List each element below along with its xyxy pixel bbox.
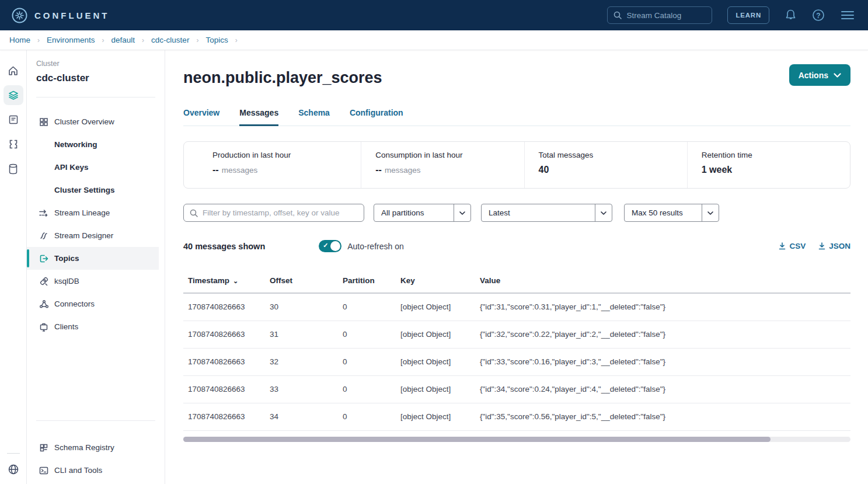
table-row[interactable]: 1708740826663 31 0 [object Object] {"id"… (183, 321, 850, 348)
cell-offset: 30 (265, 293, 338, 321)
table-header-row: Timestamp⌄ Offset Partition Key Value (183, 270, 850, 293)
stat-production: Production in last hour --messages (184, 142, 361, 188)
cell-partition: 0 (338, 403, 396, 430)
result-limit-select[interactable]: Max 50 results (624, 204, 719, 222)
cell-timestamp: 1708740826663 (183, 403, 265, 430)
stack-icon[interactable] (4, 85, 23, 105)
column-header-key[interactable]: Key (396, 270, 475, 293)
brand-name: CONFLUENT (34, 11, 110, 20)
notes-icon[interactable] (4, 110, 23, 130)
column-header-timestamp[interactable]: Timestamp⌄ (183, 270, 265, 293)
breadcrumb-default[interactable]: default (111, 36, 135, 44)
table-row[interactable]: 1708740826663 30 0 [object Object] {"id"… (183, 293, 850, 321)
tab-configuration[interactable]: Configuration (350, 108, 403, 126)
download-csv-link[interactable]: CSV (779, 242, 806, 250)
sidebar-item-connectors[interactable]: Connectors (27, 293, 159, 315)
partition-select[interactable]: All partitions (374, 204, 471, 222)
grid-icon (39, 117, 49, 127)
bell-icon[interactable] (785, 9, 797, 22)
column-header-label: Timestamp (188, 276, 229, 285)
topic-stats-card: Production in last hour --messages Consu… (183, 141, 850, 189)
sidebar-item-label: Topics (54, 254, 79, 263)
sidebar-item-networking[interactable]: Networking (27, 133, 159, 156)
designer-icon (39, 231, 49, 241)
breadcrumb-cdc-cluster[interactable]: cdc-cluster (151, 36, 189, 44)
partition-select-value: All partitions (374, 208, 454, 217)
messages-shown-row: 40 messages shown ✓ Auto-refresh on CSV (183, 240, 850, 252)
cell-offset: 33 (265, 375, 338, 403)
sidebar-item-clients[interactable]: Clients (27, 315, 159, 338)
column-header-label: Key (400, 276, 415, 285)
sidebar-item-cli-and-tools[interactable]: CLI and Tools (27, 459, 159, 482)
hamburger-menu-icon[interactable] (840, 10, 855, 20)
result-limit-select-value: Max 50 results (625, 208, 702, 217)
sidebar-item-stream-lineage[interactable]: Stream Lineage (27, 201, 159, 224)
breadcrumb-separator: › (37, 36, 40, 44)
sidebar-item-cluster-settings[interactable]: Cluster Settings (27, 179, 159, 201)
cell-timestamp: 1708740826663 (183, 375, 265, 403)
breadcrumb-separator: › (142, 36, 144, 44)
column-header-label: Partition (343, 276, 375, 285)
tab-schema[interactable]: Schema (298, 108, 330, 126)
stream-catalog-search[interactable] (607, 6, 712, 24)
check-icon: ✓ (323, 242, 328, 249)
confluent-brand[interactable]: CONFLUENT (12, 8, 110, 23)
actions-button[interactable]: Actions (789, 64, 850, 86)
cluster-sidebar: Cluster cdc-cluster Cluster Overview Net… (27, 50, 165, 484)
sidebar-item-schema-registry[interactable]: Schema Registry (27, 436, 159, 459)
breadcrumb-home[interactable]: Home (9, 36, 30, 44)
message-filter-search[interactable] (183, 204, 364, 222)
horizontal-scrollbar[interactable] (183, 437, 850, 442)
sidebar-item-topics[interactable]: Topics (27, 247, 159, 270)
column-header-partition[interactable]: Partition (338, 270, 396, 293)
stream-catalog-input[interactable] (626, 11, 706, 20)
column-header-value[interactable]: Value (475, 270, 850, 293)
tab-messages[interactable]: Messages (239, 108, 278, 126)
clients-icon (39, 322, 49, 332)
sidebar-divider (36, 420, 155, 421)
cell-key: [object Object] (396, 375, 475, 403)
cell-timestamp: 1708740826663 (183, 321, 265, 348)
cell-offset: 32 (265, 348, 338, 375)
column-header-offset[interactable]: Offset (265, 270, 338, 293)
chevron-down-icon (454, 204, 470, 221)
messages-table: Timestamp⌄ Offset Partition Key Value 17… (183, 270, 850, 431)
table-row[interactable]: 1708740826663 33 0 [object Object] {"id"… (183, 375, 850, 403)
cell-partition: 0 (338, 293, 396, 321)
sidebar-item-label: ksqlDB (54, 277, 79, 285)
cell-key: [object Object] (396, 403, 475, 430)
auto-refresh-toggle[interactable]: ✓ (319, 240, 341, 252)
schema-registry-icon (39, 443, 49, 452)
sidebar-item-ksqldb[interactable]: ksqlDB (27, 270, 159, 293)
flow-icon[interactable] (4, 134, 23, 154)
sidebar-item-label: Cluster Overview (54, 117, 114, 126)
message-filter-input[interactable] (203, 208, 358, 217)
topic-tabs: Overview Messages Schema Configuration (183, 108, 850, 126)
sidebar-item-cluster-overview[interactable]: Cluster Overview (27, 110, 159, 133)
sort-chevron-down-icon: ⌄ (233, 277, 238, 284)
search-icon (613, 11, 622, 19)
globe-icon[interactable] (4, 459, 23, 479)
cell-value: {"id":33,"score":0.16,"player_id":3,"__d… (475, 348, 850, 375)
database-icon[interactable] (4, 159, 23, 179)
table-row[interactable]: 1708740826663 34 0 [object Object] {"id"… (183, 403, 850, 430)
help-icon[interactable]: ? (812, 9, 825, 22)
home-icon[interactable] (4, 61, 23, 81)
main-content: neon.public.player_scores Actions Overvi… (165, 50, 868, 484)
table-row[interactable]: 1708740826663 32 0 [object Object] {"id"… (183, 348, 850, 375)
chevron-down-icon (595, 204, 612, 221)
cluster-label: Cluster (27, 60, 165, 68)
sidebar-item-stream-designer[interactable]: Stream Designer (27, 224, 159, 247)
horizontal-scrollbar-thumb[interactable] (183, 437, 771, 442)
download-json-link[interactable]: JSON (818, 242, 850, 250)
stat-label: Consumption in last hour (375, 151, 518, 159)
tab-overview[interactable]: Overview (183, 108, 219, 126)
sidebar-item-label: Connectors (54, 300, 95, 308)
toggle-knob (330, 241, 340, 251)
svg-text:?: ? (816, 12, 820, 20)
learn-button[interactable]: LEARN (727, 6, 769, 24)
breadcrumb-topics[interactable]: Topics (205, 36, 228, 44)
offset-select[interactable]: Latest (481, 204, 612, 222)
breadcrumb-environments[interactable]: Environments (47, 36, 95, 44)
sidebar-item-api-keys[interactable]: API Keys (27, 156, 159, 179)
